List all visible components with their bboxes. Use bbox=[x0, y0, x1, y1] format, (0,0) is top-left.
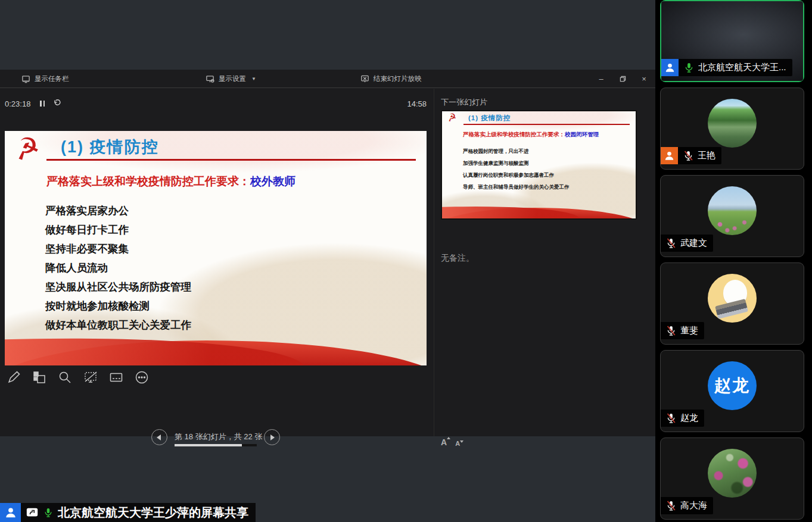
participant-tile[interactable]: 高大海 bbox=[660, 437, 804, 520]
participant-avatar: 赵龙 bbox=[708, 361, 757, 410]
next-slide-heading-red: 严格落实上级和学校疫情防控工作要求： bbox=[463, 131, 565, 137]
screen-share-text: 北京航空航天大学王少萍的屏幕共享 bbox=[58, 505, 248, 521]
more-options-button[interactable] bbox=[134, 370, 150, 385]
restart-icon bbox=[53, 99, 61, 107]
mic-on-icon bbox=[683, 62, 695, 73]
slide-bullet: 坚持非必要不聚集 bbox=[45, 239, 415, 258]
display-settings-label: 显示设置 bbox=[219, 74, 246, 83]
participant-avatar bbox=[708, 274, 757, 323]
pen-tool-button[interactable] bbox=[6, 370, 21, 385]
person-icon bbox=[664, 62, 676, 73]
restart-timer-button[interactable] bbox=[53, 99, 61, 108]
next-slide-bullets: 严格校园封闭管理，只出不进加强学生健康监测与核酸监测认真履行岗位职责和积极参加志… bbox=[463, 145, 631, 193]
mic-muted-icon bbox=[665, 237, 677, 249]
slide-heading: 严格落实上级和学校疫情防控工作要求：校外教师 bbox=[46, 174, 295, 189]
slide-bullet: 坚决服从社区公共场所防疫管理 bbox=[45, 277, 415, 296]
pause-timer-button[interactable] bbox=[40, 101, 45, 107]
person-badge bbox=[661, 59, 679, 76]
slide-bullet: 降低人员流动 bbox=[45, 258, 415, 277]
increase-font-label: A bbox=[441, 437, 447, 447]
slide-grid-icon bbox=[32, 370, 46, 385]
elapsed-timer: 0:23:18 bbox=[5, 99, 30, 108]
person-icon bbox=[664, 150, 675, 161]
next-slide-bullet: 加强学生健康监测与核酸监测 bbox=[463, 157, 631, 169]
restore-icon bbox=[620, 76, 626, 82]
caret-down-icon bbox=[460, 440, 463, 443]
presenter-tools bbox=[6, 370, 150, 385]
show-taskbar-button[interactable]: 显示任务栏 bbox=[21, 70, 69, 88]
next-slide-title: (1) 疫情防控 bbox=[468, 114, 511, 123]
restore-button[interactable] bbox=[616, 73, 629, 85]
participant-name: 董斐 bbox=[680, 325, 698, 336]
next-slide-title-rule bbox=[463, 124, 630, 125]
zoom-slide-button[interactable] bbox=[57, 370, 73, 385]
show-taskbar-label: 显示任务栏 bbox=[35, 74, 69, 83]
presenter-avatar-badge bbox=[0, 503, 21, 522]
subtitles-button[interactable] bbox=[108, 370, 124, 385]
mic-muted-icon bbox=[665, 325, 677, 336]
increase-font-button[interactable]: A bbox=[441, 437, 447, 447]
participant-tile[interactable]: 武建文 bbox=[660, 175, 804, 257]
next-slide-button[interactable] bbox=[264, 429, 280, 445]
next-slide-bullet: 认真履行岗位职责和积极参加志愿者工作 bbox=[463, 169, 631, 181]
display-settings-icon bbox=[206, 74, 214, 83]
next-slide-canvas: ☭ (1) 疫情防控 严格落实上级和学校疫情防控工作要求：校园闭环管理 严格校园… bbox=[442, 111, 636, 218]
participant-mic bbox=[665, 500, 677, 511]
end-slideshow-label: 结束幻灯片放映 bbox=[374, 74, 422, 83]
participant-avatar bbox=[708, 186, 757, 235]
end-slideshow-icon bbox=[360, 74, 369, 83]
decrease-font-button[interactable]: A bbox=[455, 440, 460, 447]
slide-progress-bar bbox=[175, 444, 257, 446]
decrease-font-label: A bbox=[455, 440, 460, 447]
slide-heading-blue: 校外教师 bbox=[250, 175, 295, 187]
participant-mic bbox=[683, 150, 694, 161]
see-all-slides-button[interactable] bbox=[32, 370, 47, 385]
arrow-right-icon bbox=[270, 435, 275, 440]
next-slide-bullet: 导师、班主任和辅导员做好学生的关心关爱工作 bbox=[463, 181, 631, 193]
participant-tile[interactable]: 王艳 bbox=[660, 87, 804, 170]
black-screen-button[interactable] bbox=[83, 370, 98, 385]
slide-navigation: 第 18 张幻灯片，共 22 张 bbox=[0, 428, 434, 455]
participant-tile[interactable]: 董斐 bbox=[660, 262, 804, 345]
slide-ribbon-art bbox=[5, 332, 427, 365]
participant-name: 赵龙 bbox=[680, 412, 698, 424]
ellipsis-icon bbox=[135, 370, 149, 385]
next-slide-bullet: 严格校园封闭管理，只出不进 bbox=[463, 145, 631, 157]
mic-on-icon bbox=[43, 507, 54, 518]
monitor-slash-icon bbox=[83, 370, 98, 385]
participant-avatar bbox=[708, 449, 757, 498]
screen-share-banner: 北京航空航天大学王少萍的屏幕共享 bbox=[0, 503, 256, 522]
chevron-down-icon: ▼ bbox=[251, 76, 256, 82]
presenter-view-window: 显示任务栏 显示设置 ▼ 结束幻灯片放映 – × bbox=[0, 70, 655, 436]
participant-avatar bbox=[708, 99, 757, 148]
end-slideshow-button[interactable]: 结束幻灯片放映 bbox=[360, 70, 422, 88]
display-settings-button[interactable]: 显示设置 ▼ bbox=[206, 70, 256, 88]
mic-muted-icon bbox=[665, 412, 677, 424]
slide-bullet: 按时就地参加核酸检测 bbox=[45, 296, 415, 315]
participant-tile[interactable]: 赵龙 赵龙 bbox=[660, 350, 804, 432]
participant-mic bbox=[665, 412, 677, 424]
slide-ribbon-art bbox=[442, 204, 636, 218]
screen-share-icon bbox=[26, 506, 39, 519]
previous-slide-button[interactable] bbox=[151, 429, 167, 445]
mic-muted-icon bbox=[683, 150, 694, 161]
next-slide-pane: 下一张幻灯片 ☭ (1) 疫情防控 严格落实上级和学校疫情防控工作要求：校园闭环… bbox=[434, 89, 655, 436]
participant-name: 王艳 bbox=[698, 150, 715, 161]
participant-name: 高大海 bbox=[680, 500, 707, 511]
participant-tiles: 北京航空航天大学王... 王艳 bbox=[660, 0, 804, 522]
subtitles-icon bbox=[109, 370, 123, 385]
minimize-button[interactable]: – bbox=[595, 73, 608, 85]
current-slide: ☭ (1) 疫情防控 严格落实上级和学校疫情防控工作要求：校外教师 严格落实居家… bbox=[5, 131, 427, 365]
slide-title-rule bbox=[46, 159, 416, 161]
shared-screen-area: 显示任务栏 显示设置 ▼ 结束幻灯片放映 – × bbox=[0, 0, 655, 522]
slide-bullets: 严格落实居家办公做好每日打卡工作坚持非必要不聚集降低人员流动坚决服从社区公共场所… bbox=[45, 201, 415, 335]
slide-heading-red: 严格落实上级和学校疫情防控工作要求： bbox=[46, 175, 250, 187]
participant-label: 高大海 bbox=[661, 497, 713, 514]
participant-label: 王艳 bbox=[661, 147, 721, 164]
next-slide-heading-blue: 校园闭环管理 bbox=[565, 131, 599, 137]
participant-tile[interactable]: 北京航空航天大学王... bbox=[660, 0, 804, 82]
participant-label: 董斐 bbox=[661, 322, 704, 339]
participant-mic bbox=[665, 325, 677, 336]
next-slide-heading: 严格落实上级和学校疫情防控工作要求：校园闭环管理 bbox=[463, 131, 599, 139]
close-button[interactable]: × bbox=[637, 73, 651, 85]
